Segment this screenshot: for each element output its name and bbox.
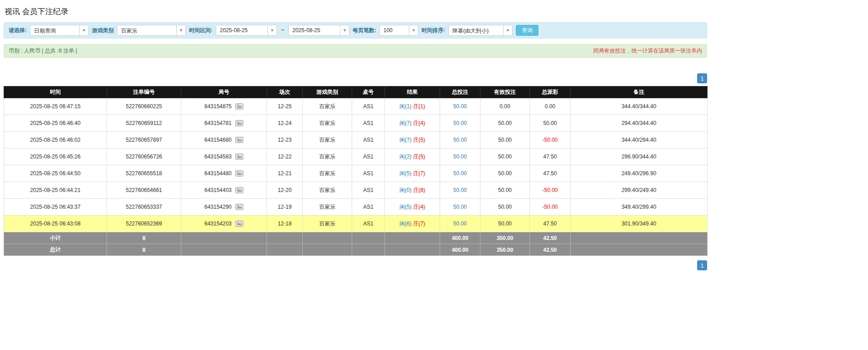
- total-bet-link[interactable]: 50.00: [453, 153, 467, 160]
- round-detail-icon[interactable]: [235, 120, 243, 126]
- column-header-1: 注单编号: [107, 86, 181, 98]
- table-no-cell: AS1: [352, 199, 385, 216]
- chevron-down-icon[interactable]: ▼: [340, 25, 349, 35]
- chevron-down-icon[interactable]: ▼: [409, 25, 418, 35]
- bet-id-cell: 522760654661: [107, 182, 181, 199]
- payout-cell: 47.50: [530, 165, 571, 182]
- note-cell: 301.90/349.40: [571, 216, 708, 232]
- round-detail-icon[interactable]: [235, 221, 243, 227]
- column-header-8: 有效投注: [480, 86, 530, 98]
- round-number: 643154875: [204, 103, 232, 110]
- filter-bar: 请选择: 日期查询 ▼ 游戏类别 百家乐 ▼ 时间区间: 2025-08-25 …: [4, 22, 707, 38]
- result-cell: 闲(7) 庄(5): [385, 132, 440, 149]
- total-bet-link[interactable]: 50.00: [453, 137, 467, 143]
- total-bet-cell: 50.00: [440, 216, 480, 232]
- result-banker: 庄(4): [413, 204, 425, 210]
- game-type-value: 百家乐: [117, 25, 176, 35]
- result-cell: 闲(5) 庄(4): [385, 199, 440, 216]
- round-cell: 643154403: [181, 182, 267, 199]
- table-row[interactable]: 2025-08-25 06:45:26522760656726643154583…: [4, 149, 708, 165]
- game-type-label: 游戏类别: [92, 27, 114, 34]
- column-header-7: 总投注: [440, 86, 480, 98]
- date-to-select[interactable]: 2025-08-25 ▼: [288, 25, 349, 36]
- bet-id-cell: 522760657897: [107, 132, 181, 149]
- table-row[interactable]: 2025-08-25 06:44:21522760654661643154403…: [4, 182, 708, 199]
- total-bet-link[interactable]: 50.00: [453, 204, 467, 210]
- content-area: 视讯 会员下注纪录 请选择: 日期查询 ▼ 游戏类别 百家乐 ▼ 时间区间: 2…: [4, 0, 707, 270]
- bet-id-cell: 522760655518: [107, 165, 181, 182]
- page-number-button[interactable]: 1: [697, 260, 707, 270]
- table-no-cell: AS1: [352, 182, 385, 199]
- sort-order-select[interactable]: 降幂(由大到小) ▼: [448, 25, 513, 36]
- query-type-value: 日期查询: [30, 25, 79, 35]
- game-type-cell: 百家乐: [303, 149, 352, 165]
- round-detail-icon[interactable]: [235, 187, 243, 193]
- session-cell: 12-24: [267, 115, 303, 132]
- time-cell: 2025-08-25 06:43:08: [4, 216, 107, 232]
- table-row[interactable]: 2025-08-25 06:46:40522760659112643154781…: [4, 115, 708, 132]
- bet-id-cell: 522760656726: [107, 149, 181, 165]
- session-cell: 12-19: [267, 199, 303, 216]
- sort-order-value: 降幂(由大到小): [449, 25, 503, 35]
- info-bar: 币别 : 人民币 | 总共 :8 注单 | 同局有效投注，统一计算在该局第一张注…: [4, 44, 707, 58]
- result-cell: 闲(5) 庄(7): [385, 165, 440, 182]
- round-number: 643154403: [204, 187, 232, 193]
- column-header-3: 场次: [267, 86, 303, 98]
- table-no-cell: AS1: [352, 98, 385, 115]
- result-player: 闲(1): [399, 103, 412, 110]
- chevron-down-icon[interactable]: ▼: [267, 25, 276, 35]
- valid-bet-cell: 0.00: [480, 98, 530, 115]
- table-row[interactable]: 2025-08-25 06:43:08522760652369643154203…: [4, 216, 708, 232]
- round-number: 643154680: [204, 137, 232, 143]
- total-bet-link[interactable]: 50.00: [453, 170, 467, 177]
- bet-id-cell: 522760660225: [107, 98, 181, 115]
- total-bet-cell: 50.00: [440, 199, 480, 216]
- payout-cell: 50.00: [530, 115, 571, 132]
- round-detail-icon[interactable]: [235, 137, 243, 143]
- chevron-down-icon[interactable]: ▼: [79, 25, 88, 35]
- result-player: 闲(6): [399, 221, 412, 227]
- total-bet-link[interactable]: 50.00: [453, 221, 467, 227]
- round-detail-icon[interactable]: [235, 153, 243, 160]
- game-type-select[interactable]: 百家乐 ▼: [117, 25, 186, 36]
- note-cell: 349.40/299.40: [571, 199, 708, 216]
- page-number-button[interactable]: 1: [697, 73, 707, 83]
- table-header-row: 时间注单编号局号场次游戏类别桌号结果总投注有效投注总派彩备注: [4, 86, 708, 98]
- total-bet-link[interactable]: 50.00: [453, 187, 467, 193]
- valid-bet-cell: 50.00: [480, 199, 530, 216]
- result-banker: 庄(5): [413, 153, 425, 160]
- valid-bet-cell: 50.00: [480, 115, 530, 132]
- round-detail-icon[interactable]: [235, 170, 243, 177]
- payout-cell: -50.00: [530, 132, 571, 149]
- result-player: 闲(0): [399, 187, 412, 193]
- bet-id-cell: 522760659112: [107, 115, 181, 132]
- table-row[interactable]: 2025-08-25 06:46:02522760657897643154680…: [4, 132, 708, 149]
- total-bet-link[interactable]: 50.00: [453, 103, 467, 110]
- bet-id-cell: 522760653337: [107, 199, 181, 216]
- search-button[interactable]: 查询: [516, 25, 538, 36]
- chevron-down-icon[interactable]: ▼: [176, 25, 185, 35]
- table-row[interactable]: 2025-08-25 06:47:15522760660225643154875…: [4, 98, 708, 115]
- time-range-label: 时间区间:: [189, 27, 213, 34]
- table-row[interactable]: 2025-08-25 06:44:50522760655518643154480…: [4, 165, 708, 182]
- page-size-select[interactable]: 100 ▼: [379, 25, 418, 36]
- page-size-label: 每页笔数:: [353, 27, 376, 34]
- round-cell: 643154290: [181, 199, 267, 216]
- round-number: 643154290: [204, 204, 232, 210]
- table-row[interactable]: 2025-08-25 06:43:37522760653337643154290…: [4, 199, 708, 216]
- date-from-select[interactable]: 2025-08-25 ▼: [216, 25, 277, 36]
- chevron-down-icon[interactable]: ▼: [503, 25, 512, 35]
- result-cell: 闲(6) 庄(7): [385, 216, 440, 232]
- game-type-cell: 百家乐: [303, 98, 352, 115]
- query-type-select[interactable]: 日期查询 ▼: [30, 25, 89, 36]
- total-bet-link[interactable]: 50.00: [453, 120, 467, 126]
- column-header-6: 结果: [385, 86, 440, 98]
- total-label: 总计: [4, 244, 107, 256]
- result-banker: 庄(5): [413, 137, 425, 143]
- round-detail-icon[interactable]: [235, 103, 243, 110]
- time-cell: 2025-08-25 06:43:37: [4, 199, 107, 216]
- subtotal-count: 8: [107, 232, 181, 244]
- round-detail-icon[interactable]: [235, 204, 243, 210]
- game-type-cell: 百家乐: [303, 115, 352, 132]
- column-header-0: 时间: [4, 86, 107, 98]
